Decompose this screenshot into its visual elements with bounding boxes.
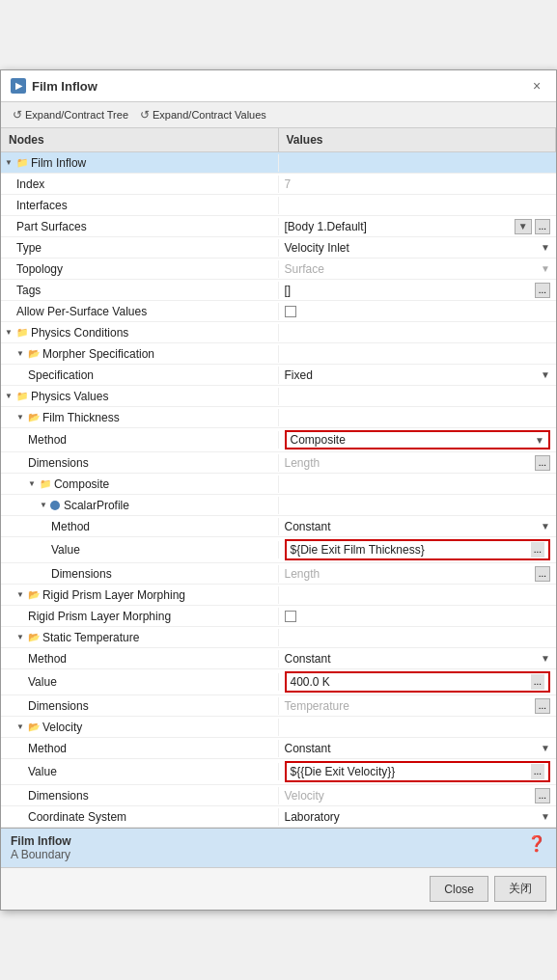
node-text: Dimensions (28, 456, 89, 470)
table-row: Allow Per-Surface Values (1, 301, 556, 322)
table-row[interactable]: ▼ 📁 Composite (1, 474, 556, 495)
table-row[interactable]: ▼ 📂 Velocity (1, 717, 556, 738)
value-cell: [] ... (279, 281, 557, 300)
collapse-icon: ▼ (5, 392, 13, 400)
value-cell (279, 504, 557, 507)
value-text: Laboratory (285, 810, 542, 824)
collapse-icon: ▼ (40, 501, 47, 509)
dropdown-arrow-icon: ▼ (541, 242, 550, 253)
method-dropdown[interactable]: Constant ▼ (285, 652, 551, 666)
table-row: Method Composite ▼ (1, 428, 556, 452)
table-row[interactable]: ▼ 📂 Static Temperature (1, 627, 556, 648)
value-red-input[interactable]: ${{Die Exit Velocity}} ... (285, 761, 551, 782)
table-row[interactable]: ▼ 📁 Physics Conditions (1, 322, 556, 343)
part-surfaces-value: [Body 1.Default] ▼ ... (285, 219, 551, 234)
window-title: Film Inflow (32, 79, 97, 94)
table-row[interactable]: ▼ ScalarProfile (1, 495, 556, 516)
value-text: Constant (285, 742, 542, 755)
checkbox[interactable] (285, 611, 296, 622)
node-label: Coordinate System (1, 808, 279, 826)
ellipsis-button[interactable]: ... (535, 566, 550, 582)
node-label: Method (1, 650, 279, 667)
ellipsis-button[interactable]: ... (535, 283, 550, 298)
footer: Close 关闭 (1, 867, 556, 910)
ellipsis-button[interactable]: ... (531, 674, 544, 690)
method-dropdown[interactable]: Constant ▼ (285, 520, 551, 533)
node-text: Index (16, 177, 44, 191)
coord-dropdown[interactable]: Laboratory ▼ (285, 810, 551, 824)
method-dropdown[interactable]: Constant ▼ (285, 742, 551, 755)
folder-icon: 📁 (15, 390, 29, 403)
table-row[interactable]: ▼ 📂 Film Thickness (1, 407, 556, 428)
method-dropdown-red[interactable]: Composite ▼ (285, 430, 551, 449)
table-row: Index 7 (1, 174, 556, 195)
value-text: Length (285, 456, 532, 470)
collapse-icon: ▼ (16, 349, 24, 358)
type-dropdown[interactable]: Velocity Inlet ▼ (285, 241, 551, 255)
value-text: [] (285, 284, 532, 297)
ellipsis-button[interactable]: ... (535, 788, 550, 803)
node-text: Specification (28, 368, 94, 382)
value-cell (279, 482, 557, 486)
dropdown-arrow-icon: ▼ (541, 653, 550, 664)
table-row: Method Constant ▼ (1, 516, 556, 537)
value-text: Fixed (285, 368, 542, 382)
physics-folder-icon: 📂 (27, 411, 41, 424)
node-text: Method (28, 433, 67, 447)
node-label: Value (1, 763, 279, 780)
node-label: ▼ 📁 Physics Values (1, 388, 279, 405)
node-label: ▼ 📁 Physics Conditions (1, 324, 279, 341)
value-cell: Fixed ▼ (279, 367, 557, 384)
node-text: Rigid Prism Layer Morphing (42, 588, 185, 602)
node-text: ScalarProfile (64, 499, 129, 512)
status-bar: Film Inflow A Boundary ❓ (1, 828, 556, 867)
ellipsis-button[interactable]: ... (535, 698, 550, 714)
ellipsis-button[interactable]: ... (531, 764, 544, 779)
value-cell (279, 416, 557, 420)
node-text: Method (28, 652, 67, 666)
node-label: ▼ 📁 Film Inflow (1, 154, 279, 172)
node-text: Method (28, 742, 67, 755)
value-cell (279, 609, 557, 624)
value-text: Constant (285, 520, 542, 533)
value-text: Surface (285, 262, 542, 276)
value-text: Temperature (285, 699, 532, 713)
spec-dropdown[interactable]: Fixed ▼ (285, 368, 551, 382)
value-cell: 7 (279, 176, 557, 193)
node-text: Value (28, 765, 57, 778)
chinese-close-button[interactable]: 关闭 (494, 876, 546, 902)
node-text: Physics Values (31, 390, 108, 403)
dropdown-arrow-icon: ▼ (541, 369, 550, 380)
expand-contract-tree-button[interactable]: ↺ Expand/Contract Tree (9, 106, 132, 123)
node-label: ▼ 📂 Velocity (1, 719, 279, 736)
table-row[interactable]: ▼ 📂 Morpher Specification (1, 343, 556, 365)
ellipsis-button[interactable]: ... (531, 542, 544, 558)
node-text: Tags (16, 284, 41, 297)
help-icon[interactable]: ❓ (527, 834, 546, 853)
table-row: Specification Fixed ▼ (1, 365, 556, 386)
checkbox[interactable] (285, 306, 296, 317)
filter-icon[interactable]: ▼ (515, 219, 532, 234)
value-red-input[interactable]: 400.0 K ... (285, 671, 551, 693)
table-row[interactable]: ▼ 📁 Physics Values (1, 386, 556, 407)
close-window-button[interactable]: × (527, 76, 546, 95)
title-bar: ▶ Film Inflow × (1, 70, 556, 102)
node-text: Topology (16, 262, 63, 276)
ellipsis-button[interactable]: ... (535, 219, 550, 234)
node-label: Dimensions (1, 565, 279, 583)
table-row[interactable]: ▼ 📂 Rigid Prism Layer Morphing (1, 585, 556, 606)
table-row[interactable]: ▼ 📁 Film Inflow (1, 152, 556, 174)
ellipsis-button[interactable]: ... (535, 455, 550, 471)
node-label: ▼ ScalarProfile (1, 497, 279, 514)
collapse-icon: ▼ (16, 633, 24, 641)
expand-contract-values-button[interactable]: ↺ Expand/Contract Values (136, 106, 270, 123)
node-label: Dimensions (1, 697, 279, 715)
physics-folder-icon: 📂 (27, 588, 41, 602)
value-red-input[interactable]: ${Die Exit Film Thickness} ... (285, 539, 551, 560)
value-text: Velocity (285, 789, 532, 803)
node-text: Method (51, 520, 90, 533)
value-text: Constant (285, 652, 542, 666)
node-label: Part Surfaces (1, 218, 279, 235)
close-button[interactable]: Close (430, 876, 488, 902)
topology-dropdown[interactable]: Surface ▼ (285, 262, 551, 276)
